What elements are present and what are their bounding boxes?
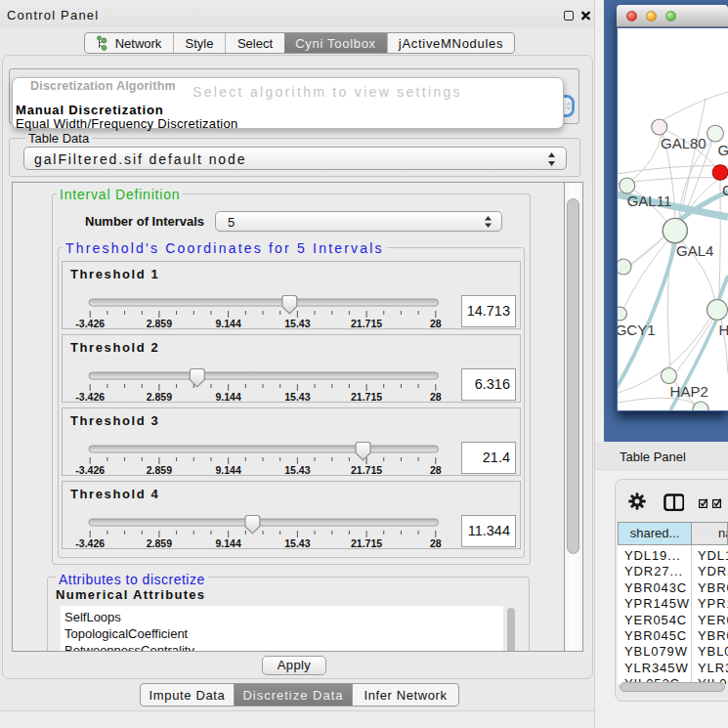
svg-text:28: 28: [430, 318, 442, 328]
svg-text:15.43: 15.43: [284, 318, 310, 328]
svg-text:GCY1: GCY1: [618, 321, 656, 338]
svg-text:GAL4: GAL4: [676, 242, 713, 259]
svg-text:28: 28: [430, 391, 442, 402]
svg-text:-3.426: -3.426: [75, 464, 105, 475]
svg-text:2.859: 2.859: [147, 464, 172, 475]
svg-text:9.144: 9.144: [215, 537, 240, 548]
svg-text:9.144: 9.144: [215, 318, 240, 328]
svg-text:21.715: 21.715: [351, 391, 382, 402]
svg-text:2.859: 2.859: [147, 318, 172, 328]
svg-text:21.715: 21.715: [351, 537, 382, 548]
svg-text:-3.426: -3.426: [75, 537, 105, 548]
svg-text:21.715: 21.715: [351, 318, 382, 328]
svg-text:28: 28: [430, 464, 442, 475]
svg-text:GAL11: GAL11: [627, 193, 672, 209]
svg-text:H: H: [719, 321, 728, 338]
svg-text:15.43: 15.43: [284, 464, 310, 475]
svg-text:GAL80: GAL80: [661, 135, 707, 151]
svg-text:9.144: 9.144: [215, 464, 240, 475]
svg-text:15.43: 15.43: [284, 537, 310, 548]
svg-text:2.859: 2.859: [147, 537, 172, 548]
svg-text:15.43: 15.43: [284, 391, 310, 402]
svg-text:HAP2: HAP2: [670, 383, 708, 400]
svg-text:2.859: 2.859: [147, 391, 172, 402]
svg-text:28: 28: [430, 537, 442, 548]
svg-text:GA: GA: [718, 142, 728, 158]
svg-text:21.715: 21.715: [351, 464, 382, 475]
svg-text:-3.426: -3.426: [75, 318, 105, 328]
svg-text:CC: CC: [722, 182, 728, 198]
svg-text:-3.426: -3.426: [75, 391, 105, 402]
svg-text:9.144: 9.144: [215, 391, 240, 402]
